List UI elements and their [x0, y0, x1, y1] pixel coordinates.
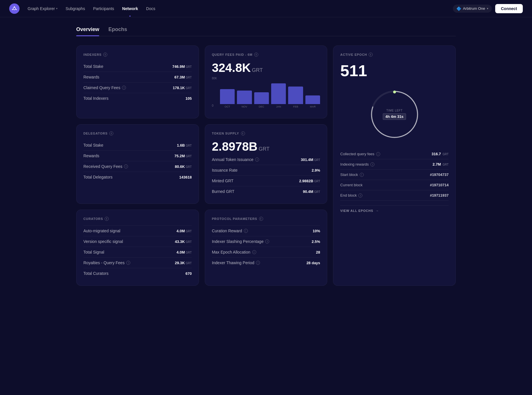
nav-links: Graph Explorer ▾ Subgraphs Participants …: [24, 4, 453, 13]
token-supply-card: TOKEN SUPPLY i 2.8978BGRT Annual Token I…: [205, 124, 328, 204]
token-supply-info-icon[interactable]: i: [241, 131, 245, 135]
issuance-rate-value: 2.9%: [312, 168, 320, 172]
protocol-stat-info-icon[interactable]: i: [265, 239, 269, 243]
query-fees-chart: 80K 0 OCTNOVDECJANFEBMAR: [212, 77, 320, 111]
page-content: Overview Epochs INDEXERS i Total Stake 7…: [65, 17, 467, 295]
query-fees-card: QUERY FEES PAID - 6M i 324.8KGRT 80K 0 O…: [205, 45, 328, 118]
indexers-total-label: Total Indexers: [83, 96, 108, 101]
delegators-rewards-row: Rewards 75.2MGRT: [83, 151, 192, 161]
curators-stat-row: Total Signal4.0MGRT: [83, 247, 192, 258]
annual-issuance-value: 301.4MGRT: [301, 158, 320, 162]
curators-stats: Auto-migrated signal4.0MGRTVersion speci…: [83, 225, 192, 279]
delegators-total-value: 143618: [179, 175, 192, 179]
delegators-total-row: Total Delegators 143618: [83, 172, 192, 182]
bar-feb: [288, 87, 303, 104]
issuance-rate-label: Issuance Rate: [212, 168, 238, 172]
indexers-total-row: Total Indexers 105: [83, 93, 192, 103]
arbitrum-icon: 🔷: [456, 6, 461, 11]
delegators-received-fees-value: 80.6KGRT: [175, 164, 192, 169]
epoch-stat-label: Collected query feesi: [340, 152, 380, 156]
token-supply-title: TOKEN SUPPLY i: [212, 131, 320, 135]
epoch-number: 511: [340, 61, 449, 80]
indexers-rewards-row: Rewards 67.3MGRT: [83, 72, 192, 83]
indexers-info-icon[interactable]: i: [103, 53, 107, 57]
protocol-params-card: PROTOCOL PARAMETERS i Curation Rewardi10…: [205, 210, 328, 286]
connect-button[interactable]: Connect: [495, 4, 523, 13]
curators-stat-row: Royalties - Query Feesi29.3KGRT: [83, 258, 192, 268]
bar-mar: [305, 95, 320, 104]
svg-line-5: [16, 9, 16, 9]
epoch-stat-info-icon[interactable]: i: [358, 193, 362, 198]
nav-participants[interactable]: Participants: [90, 4, 118, 13]
epoch-stat-row: End blocki#19711937: [340, 190, 449, 201]
nav-right: 🔷 Arbitrum One ▾ Connect: [453, 4, 523, 13]
epoch-stat-value: #19711937: [430, 193, 449, 198]
protocol-stat-info-icon[interactable]: i: [256, 261, 260, 265]
bar-dec: [254, 92, 269, 104]
received-fees-info-icon[interactable]: i: [124, 164, 128, 168]
delegators-received-fees-label: Received Query Fees i: [83, 164, 128, 169]
epoch-stat-row: Start blocki#19704737: [340, 170, 449, 180]
delegators-total-label: Total Delegators: [83, 175, 112, 179]
nav-docs[interactable]: Docs: [143, 4, 159, 13]
delegators-rewards-value: 75.2MGRT: [175, 154, 192, 158]
protocol-stat-row: Curation Rewardi10%: [212, 225, 320, 236]
chart-y-max: 80K: [212, 77, 217, 80]
tab-epochs[interactable]: Epochs: [108, 26, 127, 36]
tabs: Overview Epochs: [76, 26, 456, 36]
navbar: Graph Explorer ▾ Subgraphs Participants …: [0, 0, 532, 17]
epoch-stat-info-icon[interactable]: i: [360, 173, 364, 177]
delegators-title: DELEGATORS i: [83, 131, 192, 135]
annual-issuance-info-icon[interactable]: i: [255, 158, 259, 162]
indexers-claimed-fees-label: Claimed Query Fees i: [83, 85, 126, 90]
view-all-epochs-link[interactable]: VIEW ALL EPOCHS →: [340, 205, 449, 212]
epoch-stat-info-icon[interactable]: i: [370, 162, 374, 166]
chart-y-min: 0: [212, 104, 214, 107]
protocol-stat-info-icon[interactable]: i: [244, 229, 248, 233]
query-fees-info-icon[interactable]: i: [254, 53, 258, 57]
network-selector[interactable]: 🔷 Arbitrum One ▾: [453, 5, 492, 13]
burned-grt-label: Burned GRT: [212, 189, 234, 194]
nav-graph-explorer[interactable]: Graph Explorer ▾: [24, 4, 61, 13]
curators-title: CURATORS i: [83, 217, 192, 221]
chevron-down-icon: ▾: [56, 7, 58, 10]
protocol-params-info-icon[interactable]: i: [259, 217, 263, 221]
arrow-right-icon: →: [376, 209, 379, 212]
bar-nov: [237, 91, 252, 104]
indexers-total-stake-label: Total Stake: [83, 64, 103, 69]
epoch-info-icon[interactable]: i: [369, 53, 373, 57]
curator-stat-info-icon[interactable]: i: [126, 261, 130, 265]
epoch-stat-label: Start blocki: [340, 172, 363, 177]
nav-logo: [9, 3, 20, 14]
svg-point-9: [393, 91, 396, 93]
protocol-stat-info-icon[interactable]: i: [252, 250, 256, 254]
epoch-stat-label: Current block: [340, 183, 362, 187]
indexers-rewards-value: 67.3MGRT: [175, 75, 192, 79]
claimed-fees-info-icon[interactable]: i: [122, 86, 126, 90]
tab-overview[interactable]: Overview: [76, 26, 99, 36]
indexers-rewards-label: Rewards: [83, 75, 99, 79]
delegators-received-fees-row: Received Query Fees i 80.6KGRT: [83, 161, 192, 172]
nav-network[interactable]: Network: [119, 4, 141, 13]
epoch-stats: Collected query feesi316.7 GRTIndexing r…: [340, 149, 449, 201]
epoch-stat-info-icon[interactable]: i: [376, 152, 380, 156]
curators-stat-row: Total Curators670: [83, 268, 192, 279]
issuance-rate-row: Issuance Rate 2.9%: [212, 165, 320, 176]
nav-subgraphs[interactable]: Subgraphs: [62, 4, 89, 13]
indexers-title: INDEXERS i: [83, 53, 192, 57]
time-left-label: TIME LEFT 4h 4m 31s: [383, 109, 406, 120]
minted-grt-row: Minted GRT 2.9882BGRT: [212, 176, 320, 186]
indexers-claimed-fees-value: 178.1KGRT: [173, 86, 192, 90]
time-left-value: 4h 4m 31s: [383, 113, 406, 120]
delegators-total-stake-value: 1.6BGRT: [177, 143, 192, 147]
svg-point-0: [13, 7, 16, 9]
indexers-total-stake-row: Total Stake 746.9MGRT: [83, 61, 192, 72]
query-fees-title: QUERY FEES PAID - 6M i: [212, 53, 320, 57]
epoch-stat-value: 316.7 GRT: [432, 152, 449, 156]
curators-info-icon[interactable]: i: [105, 217, 109, 221]
burned-grt-row: Burned GRT 90.4MGRT: [212, 186, 320, 197]
epoch-stat-row: Indexing rewardsi2.7M GRT: [340, 159, 449, 170]
delegators-info-icon[interactable]: i: [109, 131, 113, 135]
epoch-stat-value: #19710714: [430, 183, 449, 187]
epoch-stat-value: 2.7M GRT: [433, 162, 449, 166]
